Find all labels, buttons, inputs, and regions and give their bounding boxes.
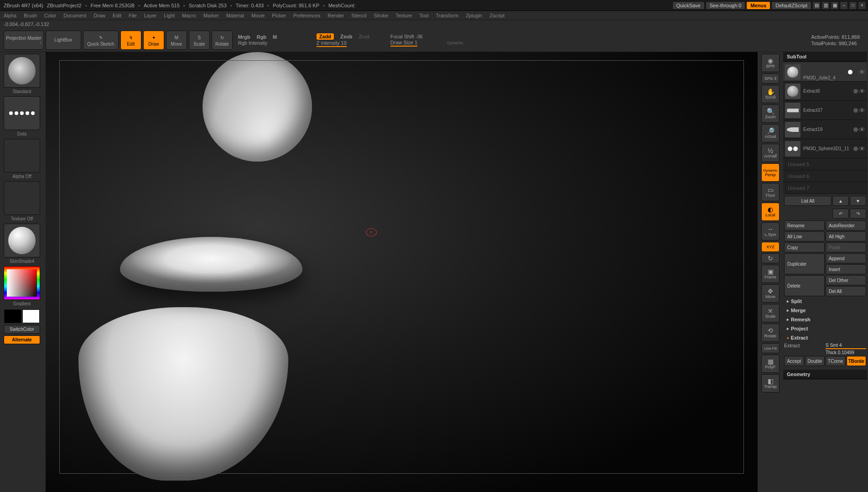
- menu-file[interactable]: File: [129, 13, 137, 18]
- paste-button[interactable]: Paste: [826, 242, 866, 252]
- xyz-button[interactable]: XYZ: [761, 242, 780, 252]
- stroke-thumbnail[interactable]: [4, 96, 40, 130]
- subtool-item[interactable]: Extract37 👁: [783, 101, 867, 120]
- canvas-viewport[interactable]: [46, 52, 758, 492]
- menu-zplugin[interactable]: Zplugin: [466, 13, 482, 18]
- transp-button[interactable]: ◧Transp: [761, 374, 780, 393]
- menu-stroke[interactable]: Stroke: [374, 13, 388, 18]
- menu-macro[interactable]: Macro: [182, 13, 196, 18]
- edit-mode-button[interactable]: ↯Edit: [120, 31, 141, 50]
- menu-stencil[interactable]: Stencil: [351, 13, 366, 18]
- window-icon-3[interactable]: ▦: [831, 1, 839, 10]
- move-down-button[interactable]: ↷: [850, 209, 866, 219]
- menu-alpha[interactable]: Alpha: [4, 13, 16, 18]
- zoom-button[interactable]: 🔍Zoom: [761, 105, 780, 123]
- nav-rotate-button[interactable]: ⟲Rotate: [761, 324, 780, 342]
- tborder-button[interactable]: TBorde: [847, 356, 867, 366]
- brush-thumbnail[interactable]: [4, 54, 40, 88]
- local-button[interactable]: ◐Local: [761, 203, 780, 221]
- switch-color-button[interactable]: SwitchColor: [4, 325, 40, 334]
- menu-edit[interactable]: Edit: [113, 13, 121, 18]
- del-other-button[interactable]: Del Other: [826, 275, 866, 285]
- bpr-button[interactable]: ◉BPR: [761, 54, 780, 72]
- menu-color[interactable]: Color: [44, 13, 56, 18]
- nav-move-button[interactable]: ✥Move: [761, 284, 780, 303]
- nav-scale-button[interactable]: ⤧Scale: [761, 304, 780, 322]
- menu-picker[interactable]: Picker: [272, 13, 286, 18]
- color-swatches[interactable]: [4, 309, 40, 323]
- window-icon-2[interactable]: ▥: [821, 1, 830, 10]
- swatch-secondary[interactable]: [4, 309, 21, 323]
- menu-marker[interactable]: Marker: [203, 13, 219, 18]
- color-picker[interactable]: [4, 266, 40, 300]
- tcorner-button[interactable]: TCorne: [826, 356, 846, 366]
- project-section[interactable]: Project: [783, 325, 867, 333]
- split-section[interactable]: Split: [783, 297, 867, 305]
- arrow-up-button[interactable]: ▲: [832, 196, 849, 206]
- subtool-item[interactable]: PM3D_Sphere3D1_11 👁: [783, 139, 867, 158]
- menu-light[interactable]: Light: [164, 13, 175, 18]
- close-button[interactable]: ×: [858, 1, 866, 10]
- eye-icon[interactable]: 👁: [859, 145, 865, 152]
- copy-button[interactable]: Copy: [784, 242, 825, 252]
- focal-shift[interactable]: Focal Shift -36: [390, 34, 423, 39]
- subtool-item[interactable]: Extract6 👁: [783, 82, 867, 101]
- insert-button[interactable]: Insert: [826, 264, 866, 274]
- menu-texture[interactable]: Texture: [395, 13, 412, 18]
- menu-render[interactable]: Render: [327, 13, 344, 18]
- default-zscript[interactable]: DefaultZScript: [771, 1, 811, 10]
- menu-brush[interactable]: Brush: [24, 13, 37, 18]
- del-all-button[interactable]: Del All: [826, 286, 866, 296]
- projection-master-button[interactable]: Projection Master▴: [4, 31, 44, 50]
- alternate-button[interactable]: Alternate: [4, 335, 40, 344]
- actual-button[interactable]: 🔎Actual: [761, 124, 780, 142]
- persp-button[interactable]: DynamicPersp: [761, 163, 780, 182]
- all-low-button[interactable]: All Low: [784, 231, 825, 241]
- gradient-label[interactable]: Gradient: [13, 301, 31, 306]
- z-intensity[interactable]: Z Intensity 10: [317, 40, 347, 47]
- eye-icon[interactable]: 👁: [859, 88, 865, 95]
- menu-zscript[interactable]: Zscript: [489, 13, 504, 18]
- ssmt-slider[interactable]: S Smt 4: [826, 343, 866, 349]
- aahalf-button[interactable]: ½AAHalf: [761, 144, 780, 162]
- extract-section[interactable]: Extract: [783, 334, 867, 342]
- list-all-button[interactable]: List All: [784, 196, 832, 206]
- menu-tool[interactable]: Tool: [419, 13, 428, 18]
- menu-document[interactable]: Document: [63, 13, 86, 18]
- maximize-button[interactable]: □: [849, 1, 857, 10]
- rgb-intensity[interactable]: Rgb Intensity: [238, 40, 267, 46]
- autoreorder-button[interactable]: AutoReorder: [826, 220, 866, 230]
- menu-layer[interactable]: Layer: [144, 13, 157, 18]
- menu-preferences[interactable]: Preferences: [293, 13, 320, 18]
- z-mode-row[interactable]: Zadd Zsub Zcut: [317, 33, 385, 40]
- subtool-item[interactable]: 👁 PM3D_Julie2_4: [783, 63, 867, 82]
- cycle-button[interactable]: ↻: [761, 253, 780, 263]
- extract-button[interactable]: Extract: [784, 343, 825, 355]
- floor-button[interactable]: ▭Floor: [761, 183, 780, 201]
- lightbox-button[interactable]: LightBox: [46, 31, 81, 50]
- menu-draw[interactable]: Draw: [94, 13, 105, 18]
- move-mode-button[interactable]: MMove: [166, 31, 187, 50]
- rotate-mode-button[interactable]: ↻Rotate: [212, 31, 233, 50]
- menu-material[interactable]: Material: [226, 13, 244, 18]
- material-thumbnail[interactable]: [4, 224, 40, 257]
- arrow-down-button[interactable]: ▼: [850, 196, 866, 206]
- window-icon-1[interactable]: ▤: [812, 1, 821, 10]
- draw-size[interactable]: Draw Size 1: [390, 40, 417, 47]
- scroll-button[interactable]: ✋Scroll: [761, 85, 780, 103]
- subtool-list[interactable]: 👁 PM3D_Julie2_4 Extract6 👁 Extract37 👁 E…: [783, 63, 867, 194]
- thick-slider[interactable]: Thick 0.10499: [826, 350, 866, 355]
- swatch-primary[interactable]: [22, 309, 40, 323]
- delete-button[interactable]: Delete: [784, 275, 825, 296]
- linefill-button[interactable]: Line Fill: [761, 343, 780, 353]
- minimize-button[interactable]: –: [840, 1, 848, 10]
- polyf-button[interactable]: ▦PolyF: [761, 355, 780, 373]
- texture-thumbnail[interactable]: [4, 181, 40, 215]
- scale-mode-button[interactable]: SScale: [189, 31, 210, 50]
- subtool-item[interactable]: Extract19 👁: [783, 120, 867, 139]
- seethrough-slider[interactable]: See-through 0: [706, 1, 746, 10]
- eye-icon[interactable]: 👁: [859, 68, 865, 76]
- all-high-button[interactable]: All High: [826, 231, 866, 241]
- menu-transform[interactable]: Transform: [436, 13, 458, 18]
- spix-slider[interactable]: SPix 3: [761, 73, 780, 84]
